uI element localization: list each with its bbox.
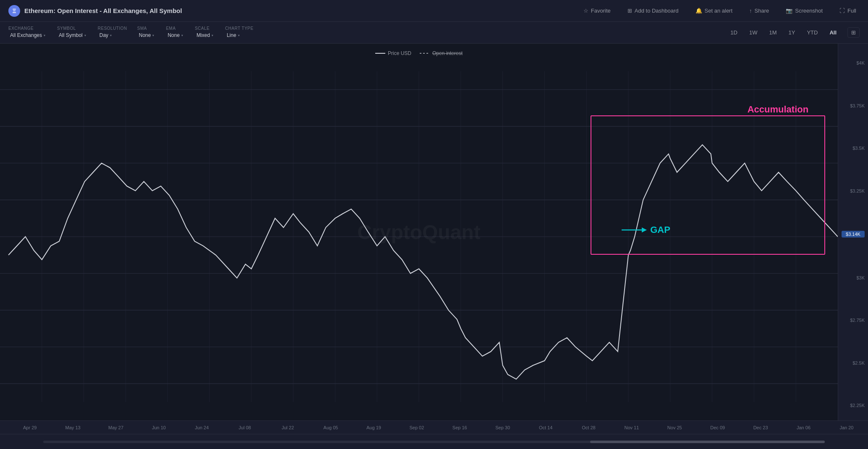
price-225k: $2.25K bbox=[842, 403, 865, 408]
price-314k-highlight: $3.14K bbox=[842, 231, 865, 238]
x-label-jun10: Jun 10 bbox=[137, 425, 180, 430]
chart-type-group: Chart Type Line ▾ bbox=[225, 26, 254, 39]
x-label-aug05: Aug 05 bbox=[309, 425, 352, 430]
header-actions: ☆ Favorite ⊞ Add to Dashboard 🔔 Set an a… bbox=[580, 6, 860, 16]
full-button[interactable]: ⛶ Full bbox=[836, 6, 860, 16]
ema-select[interactable]: None ▾ bbox=[166, 31, 185, 39]
scrollbar-thumb[interactable] bbox=[590, 441, 824, 443]
price-35k: $3.5K bbox=[842, 146, 865, 151]
price-4k: $4K bbox=[842, 60, 865, 65]
time-ytd-button[interactable]: YTD bbox=[803, 28, 822, 37]
chevron-down-icon: ▾ bbox=[238, 34, 240, 37]
chevron-down-icon: ▾ bbox=[44, 34, 45, 37]
sma-label: SMA bbox=[137, 26, 156, 31]
chevron-down-icon: ▾ bbox=[84, 34, 86, 37]
chevron-down-icon: ▾ bbox=[110, 34, 112, 37]
x-label-dec09: Dec 09 bbox=[696, 425, 739, 430]
price-275k: $2.75K bbox=[842, 318, 865, 323]
chevron-down-icon: ▾ bbox=[152, 34, 154, 37]
time-1m-button[interactable]: 1M bbox=[765, 28, 781, 37]
chart-legend: Price USD Open interest bbox=[375, 50, 463, 56]
share-icon: ↑ bbox=[749, 8, 752, 14]
title-section: Ξ Ethereum: Open Interest - All Exchange… bbox=[8, 5, 182, 17]
x-label-jul08: Jul 08 bbox=[223, 425, 266, 430]
chart-type-select[interactable]: Line ▾ bbox=[225, 31, 254, 39]
sma-group: SMA None ▾ bbox=[137, 26, 156, 39]
resolution-select[interactable]: Day ▾ bbox=[98, 31, 127, 39]
time-1d-button[interactable]: 1D bbox=[726, 28, 742, 37]
exchange-label: Exchange bbox=[8, 26, 47, 31]
chevron-down-icon: ▾ bbox=[181, 34, 183, 37]
x-axis: Apr 29 May 13 May 27 Jun 10 Jun 24 Jul 0… bbox=[0, 420, 868, 434]
time-1y-button[interactable]: 1Y bbox=[784, 28, 799, 37]
scale-label: Scale bbox=[195, 26, 215, 31]
ema-label: EMA bbox=[166, 26, 185, 31]
symbol-select[interactable]: All Symbol ▾ bbox=[57, 31, 88, 39]
price-3k: $3K bbox=[842, 275, 865, 280]
x-label-nov25: Nov 25 bbox=[653, 425, 696, 430]
expand-icon: ⛶ bbox=[839, 8, 845, 14]
price-axis: $4K $3.75K $3.5K $3.25K $3.14K $3K $2.75… bbox=[838, 44, 868, 420]
symbol-label: Symbol bbox=[57, 26, 88, 31]
page-title: Ethereum: Open Interest - All Exchanges,… bbox=[24, 7, 182, 14]
symbol-group: Symbol All Symbol ▾ bbox=[57, 26, 88, 39]
toolbar-left: Exchange All Exchanges ▾ Symbol All Symb… bbox=[8, 26, 254, 39]
x-label-aug19: Aug 19 bbox=[352, 425, 395, 430]
chart-main: Price USD Open interest CryptoQuant Accu… bbox=[0, 44, 838, 420]
favorite-button[interactable]: ☆ Favorite bbox=[580, 6, 614, 16]
chevron-down-icon: ▾ bbox=[212, 34, 213, 37]
legend-price: Price USD bbox=[375, 50, 411, 56]
expand-chart-button[interactable]: ⊞ bbox=[847, 27, 860, 38]
price-25k: $2.5K bbox=[842, 360, 865, 365]
legend-open-interest: Open interest bbox=[420, 50, 463, 56]
price-line-indicator bbox=[375, 53, 385, 54]
x-label-sep02: Sep 02 bbox=[395, 425, 438, 430]
ema-group: EMA None ▾ bbox=[166, 26, 185, 39]
bell-icon: 🔔 bbox=[695, 8, 702, 14]
exchange-group: Exchange All Exchanges ▾ bbox=[8, 26, 47, 39]
eth-icon: Ξ bbox=[8, 5, 20, 17]
x-label-jul22: Jul 22 bbox=[266, 425, 309, 430]
camera-icon: 📷 bbox=[786, 8, 792, 14]
price-375k: $3.75K bbox=[842, 103, 865, 108]
chart-svg bbox=[0, 44, 838, 420]
screenshot-button[interactable]: 📷 Screenshot bbox=[782, 6, 826, 16]
scrollbar-track[interactable] bbox=[43, 441, 824, 443]
sma-select[interactable]: None ▾ bbox=[137, 31, 156, 39]
time-1w-button[interactable]: 1W bbox=[745, 28, 762, 37]
top-header: Ξ Ethereum: Open Interest - All Exchange… bbox=[0, 0, 868, 22]
scale-group: Scale Mixed ▾ bbox=[195, 26, 215, 39]
toolbar: Exchange All Exchanges ▾ Symbol All Symb… bbox=[0, 22, 868, 44]
dashboard-icon: ⊞ bbox=[627, 8, 632, 14]
x-label-oct14: Oct 14 bbox=[524, 425, 567, 430]
toolbar-right: 1D 1W 1M 1Y YTD All ⊞ bbox=[726, 27, 860, 38]
scale-select[interactable]: Mixed ▾ bbox=[195, 31, 215, 39]
app-container: Ξ Ethereum: Open Interest - All Exchange… bbox=[0, 0, 868, 449]
add-dashboard-button[interactable]: ⊞ Add to Dashboard bbox=[624, 6, 682, 16]
x-label-dec23: Dec 23 bbox=[739, 425, 782, 430]
x-label-may13: May 13 bbox=[51, 425, 94, 430]
set-alert-button[interactable]: 🔔 Set an alert bbox=[692, 6, 736, 16]
price-325k: $3.25K bbox=[842, 188, 865, 193]
x-label-jan20: Jan 20 bbox=[825, 425, 868, 430]
chart-type-label: Chart Type bbox=[225, 26, 254, 31]
exchange-select[interactable]: All Exchanges ▾ bbox=[8, 31, 47, 39]
resolution-label: Resolution bbox=[98, 26, 127, 31]
x-label-sep16: Sep 16 bbox=[438, 425, 481, 430]
time-all-button[interactable]: All bbox=[825, 28, 841, 37]
chart-container: Price USD Open interest CryptoQuant Accu… bbox=[0, 44, 868, 420]
bottom-bar bbox=[0, 434, 868, 449]
star-icon: ☆ bbox=[583, 8, 588, 14]
x-label-jan06: Jan 06 bbox=[782, 425, 825, 430]
x-label-may27: May 27 bbox=[94, 425, 137, 430]
x-label-nov11: Nov 11 bbox=[610, 425, 653, 430]
x-label-apr29: Apr 29 bbox=[8, 425, 51, 430]
x-label-oct28: Oct 28 bbox=[567, 425, 610, 430]
open-interest-line-indicator bbox=[420, 53, 430, 54]
resolution-group: Resolution Day ▾ bbox=[98, 26, 127, 39]
x-label-sep30: Sep 30 bbox=[481, 425, 524, 430]
share-button[interactable]: ↑ Share bbox=[746, 6, 772, 16]
x-label-jun24: Jun 24 bbox=[180, 425, 223, 430]
